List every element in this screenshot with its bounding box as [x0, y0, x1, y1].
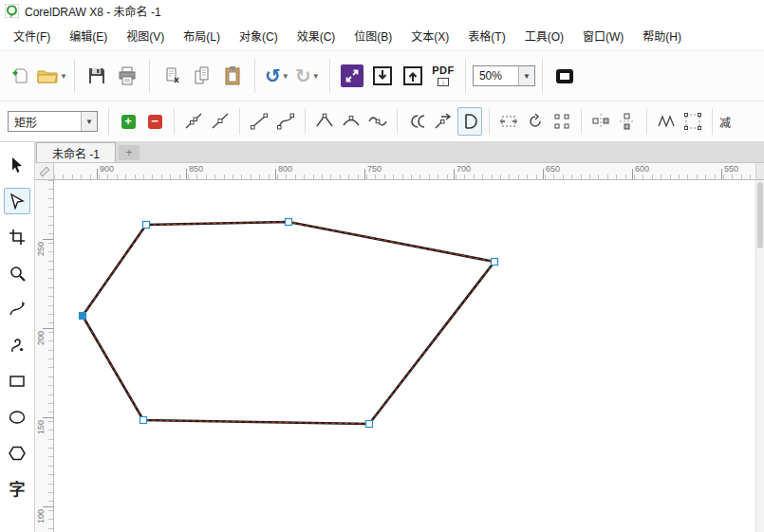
stretch-nodes-button[interactable]	[496, 107, 521, 136]
window-title: CorelDRAW X8 - 未命名 -1	[25, 3, 161, 19]
extract-subpath-icon	[434, 112, 453, 131]
zoom-level-combo[interactable]: 50% ▼	[473, 65, 535, 86]
add-node-button[interactable]: +	[116, 107, 140, 136]
curve-node[interactable]	[492, 259, 498, 266]
convert-to-curve-icon	[276, 112, 295, 131]
save-floppy-icon	[86, 65, 107, 86]
import-icon	[371, 64, 394, 87]
align-nodes-button[interactable]	[550, 107, 574, 136]
select-all-nodes-button[interactable]	[680, 107, 705, 136]
publish-pdf-button[interactable]: PDF ↓	[428, 57, 458, 95]
zoom-level-value: 50%	[474, 69, 518, 83]
shape-tool[interactable]	[4, 188, 30, 214]
artistic-media-tool-icon	[9, 337, 26, 354]
menu-item[interactable]: 效果(C)	[288, 23, 345, 48]
copy-button[interactable]	[187, 57, 217, 95]
crop-tool-icon	[9, 229, 26, 246]
menu-item[interactable]: 对象(C)	[230, 23, 288, 48]
vertical-scrollbar[interactable]	[755, 180, 764, 532]
curve-node[interactable]	[140, 417, 147, 424]
zoom-dropdown-caret[interactable]: ▼	[518, 66, 534, 85]
print-button[interactable]	[112, 57, 142, 95]
curve-node[interactable]	[366, 421, 373, 428]
import-button[interactable]	[367, 57, 398, 95]
export-button[interactable]	[398, 57, 428, 95]
crop-tool[interactable]	[4, 224, 30, 250]
open-button[interactable]: ▼	[36, 57, 67, 95]
ruler-origin[interactable]	[35, 163, 54, 180]
rotate-nodes-icon	[526, 112, 545, 131]
ruler-end-box	[755, 163, 764, 180]
reverse-direction-button[interactable]	[404, 107, 429, 136]
menu-item[interactable]: 视图(V)	[117, 23, 174, 48]
application-launcher-button[interactable]	[337, 57, 367, 95]
close-curve-button[interactable]	[457, 107, 482, 136]
horizontal-ruler[interactable]: 900850800750700650600550	[54, 163, 755, 180]
paste-icon	[222, 65, 243, 86]
join-nodes-icon	[211, 112, 230, 131]
drawing-canvas[interactable]	[54, 180, 755, 532]
smooth-node-icon	[342, 112, 361, 131]
menu-item[interactable]: 编辑(E)	[60, 23, 117, 48]
save-button[interactable]	[82, 57, 112, 95]
reflect-nodes-horizontal-button[interactable]	[588, 107, 613, 136]
smooth-node-button[interactable]	[339, 107, 363, 136]
rotate-nodes-button[interactable]	[523, 107, 548, 136]
open-dropdown-caret[interactable]: ▼	[60, 72, 67, 81]
menu-item[interactable]: 布局(L)	[174, 23, 230, 48]
break-curve-button[interactable]	[181, 107, 206, 136]
new-document-icon	[10, 65, 31, 86]
polygon-tool-icon	[9, 445, 26, 462]
polygon-tool[interactable]	[4, 440, 30, 467]
menu-item[interactable]: 工具(O)	[515, 23, 573, 48]
rectangle-tool[interactable]	[4, 368, 30, 394]
delete-node-button[interactable]: −	[142, 107, 167, 136]
close-curve-icon	[460, 112, 479, 131]
new-document-button[interactable]	[6, 57, 36, 95]
menu-item[interactable]: 位图(B)	[345, 23, 401, 48]
polygon-shape[interactable]	[83, 222, 494, 424]
convert-to-line-button[interactable]	[247, 107, 271, 136]
menu-bar: 文件(F) 编辑(E) 视图(V) 布局(L) 对象(C) 效果(C) 位图(B…	[0, 21, 764, 51]
document-tab[interactable]: 未命名 -1	[36, 142, 116, 162]
cusp-node-button[interactable]	[312, 107, 337, 136]
undo-button[interactable]: ↺ ▼	[262, 57, 292, 95]
elastic-mode-button[interactable]	[654, 107, 679, 136]
break-curve-icon	[184, 112, 203, 131]
ellipse-tool[interactable]	[4, 404, 30, 431]
menu-item[interactable]: 文件(F)	[4, 23, 60, 48]
redo-button[interactable]: ↻ ▼	[292, 57, 323, 95]
extract-subpath-button[interactable]	[431, 107, 456, 136]
redo-dropdown-caret[interactable]: ▼	[312, 72, 320, 81]
fullscreen-preview-button[interactable]	[550, 57, 580, 95]
shape-type-value: 矩形	[9, 114, 81, 130]
new-tab-button[interactable]: +	[119, 145, 140, 160]
freehand-tool-icon	[9, 301, 26, 318]
curve-node[interactable]	[80, 313, 86, 320]
artistic-media-tool[interactable]	[4, 332, 30, 358]
vertical-scrollbar-thumb[interactable]	[757, 182, 763, 248]
text-tool[interactable]: 字	[4, 476, 30, 503]
freehand-tool[interactable]	[4, 296, 30, 322]
join-nodes-button[interactable]	[208, 107, 233, 136]
symmetrical-node-button[interactable]	[365, 107, 390, 136]
vertical-ruler[interactable]: 250200150100	[35, 180, 54, 532]
app-window: CorelDRAW X8 - 未命名 -1 文件(F) 编辑(E) 视图(V) …	[0, 0, 764, 532]
menu-item[interactable]: 文本(X)	[401, 23, 458, 48]
cut-button[interactable]	[157, 57, 187, 95]
shape-type-combo[interactable]: 矩形 ▼	[8, 111, 98, 132]
zoom-tool-icon	[9, 265, 26, 282]
shape-type-caret[interactable]: ▼	[81, 112, 97, 131]
curve-node[interactable]	[143, 222, 150, 229]
undo-dropdown-caret[interactable]: ▼	[282, 72, 289, 81]
convert-to-curve-button[interactable]	[273, 107, 298, 136]
rectangle-tool-icon	[9, 373, 26, 390]
reflect-nodes-vertical-button[interactable]	[615, 107, 640, 136]
curve-node[interactable]	[286, 219, 292, 226]
menu-item[interactable]: 帮助(H)	[633, 23, 691, 48]
menu-item[interactable]: 窗口(W)	[573, 23, 633, 48]
pick-tool[interactable]	[4, 152, 30, 178]
menu-item[interactable]: 表格(T)	[458, 23, 514, 48]
paste-button[interactable]	[217, 57, 248, 95]
zoom-tool[interactable]	[4, 260, 30, 286]
